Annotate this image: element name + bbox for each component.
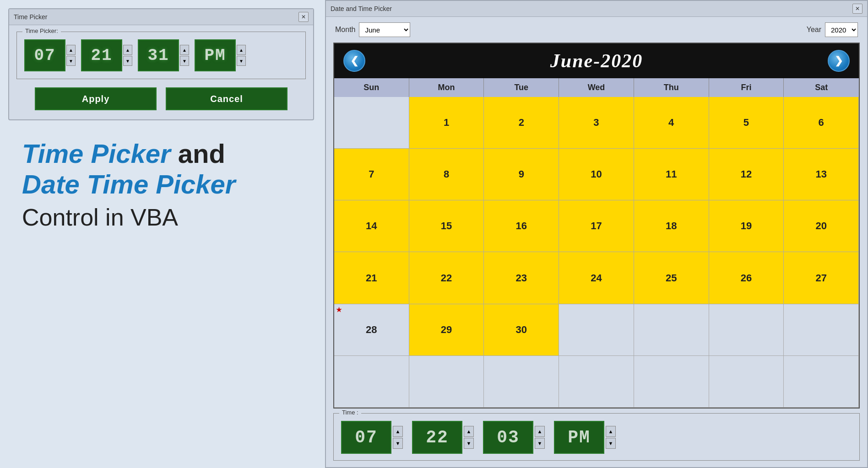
dp-minute-down-button[interactable]: ▼ (464, 438, 474, 449)
calendar-day-28[interactable]: 28 (334, 304, 409, 356)
time-spinners-row: 07 ▲ ▼ 22 ▲ ▼ 03 (341, 421, 852, 454)
calendar-empty-cell (784, 304, 859, 356)
dp-ampm-down-button[interactable]: ▼ (606, 438, 616, 449)
apply-button[interactable]: Apply (35, 87, 157, 110)
calendar-day-18[interactable]: 18 (634, 200, 709, 252)
promo-line1: Time Picker and (22, 139, 235, 169)
calendar-empty-cell (334, 356, 409, 408)
cancel-button[interactable]: Cancel (166, 87, 288, 110)
calendar-day-24[interactable]: 24 (559, 252, 634, 304)
minute-down-button[interactable]: ▼ (123, 56, 132, 66)
promo-text: Time Picker and Date Time Picker Control… (8, 129, 249, 242)
year-control-group: Year 20182019202020212022 (807, 22, 858, 37)
calendar-day-11[interactable]: 11 (634, 149, 709, 200)
calendar-empty-cell (634, 356, 709, 408)
time-group: Time : 07 ▲ ▼ 22 ▲ ▼ (333, 413, 860, 461)
calendar-day-15[interactable]: 15 (409, 200, 484, 252)
promo-line2: Date Time Picker (22, 169, 235, 200)
calendar-day-25[interactable]: 25 (634, 252, 709, 304)
year-select[interactable]: 20182019202020212022 (825, 22, 858, 37)
date-picker-close-button[interactable]: ✕ (852, 4, 863, 14)
dp-hour-down-button[interactable]: ▼ (393, 438, 403, 449)
dp-minute-display: 22 (412, 421, 462, 454)
calendar-day-17[interactable]: 17 (559, 200, 634, 252)
calendar-container: ❮ June-2020 ❯ Sun Mon Tue Wed Thu Fri Sa… (333, 43, 860, 409)
calendar-days-header: Sun Mon Tue Wed Thu Fri Sat (334, 78, 859, 97)
calendar-day-23[interactable]: 23 (484, 252, 559, 304)
minute-up-button[interactable]: ▲ (123, 45, 132, 55)
calendar-day-8[interactable]: 8 (409, 149, 484, 200)
day-header-thu: Thu (634, 78, 709, 97)
calendar-day-5[interactable]: 5 (709, 97, 784, 149)
calendar-day-2[interactable]: 2 (484, 97, 559, 149)
dp-ampm-spinner: PM ▲ ▼ (554, 421, 616, 454)
second-up-button[interactable]: ▲ (180, 45, 189, 55)
month-control-group: Month JanuaryFebruaryMarchAprilMayJuneJu… (335, 22, 410, 37)
dp-minute-up-button[interactable]: ▲ (464, 426, 474, 437)
dp-hour-display: 07 (341, 421, 391, 454)
calendar-day-10[interactable]: 10 (559, 149, 634, 200)
calendar-header: ❮ June-2020 ❯ (334, 43, 859, 78)
dp-hour-up-button[interactable]: ▲ (393, 426, 403, 437)
day-header-wed: Wed (559, 78, 634, 97)
calendar-month-title: June-2020 (550, 50, 643, 72)
dp-minute-spinner: 22 ▲ ▼ (412, 421, 474, 454)
calendar-day-21[interactable]: 21 (334, 252, 409, 304)
calendar-day-14[interactable]: 14 (334, 200, 409, 252)
calendar-day-6[interactable]: 6 (784, 97, 859, 149)
calendar-day-9[interactable]: 9 (484, 149, 559, 200)
calendar-day-22[interactable]: 22 (409, 252, 484, 304)
second-arrows: ▲ ▼ (180, 45, 189, 66)
dp-hour-spinner: 07 ▲ ▼ (341, 421, 403, 454)
ampm-display: PM (195, 39, 236, 71)
month-label: Month (335, 26, 355, 34)
calendar-day-12[interactable]: 12 (709, 149, 784, 200)
hour-display: 07 (24, 39, 65, 71)
calendar-day-13[interactable]: 13 (784, 149, 859, 200)
calendar-day-1[interactable]: 1 (409, 97, 484, 149)
time-picker-buttons: Apply Cancel (16, 87, 306, 110)
promo-time-picker: Time Picker (22, 139, 171, 168)
calendar-day-29[interactable]: 29 (409, 304, 484, 356)
calendar-day-30[interactable]: 30 (484, 304, 559, 356)
second-down-button[interactable]: ▼ (180, 56, 189, 66)
calendar-day-3[interactable]: 3 (559, 97, 634, 149)
calendar-day-7[interactable]: 7 (334, 149, 409, 200)
hour-up-button[interactable]: ▲ (66, 45, 76, 55)
minute-display: 21 (81, 39, 122, 71)
dp-ampm-up-button[interactable]: ▲ (606, 426, 616, 437)
ampm-arrows: ▲ ▼ (237, 45, 246, 66)
dp-second-up-button[interactable]: ▲ (535, 426, 545, 437)
next-month-button[interactable]: ❯ (828, 50, 850, 72)
calendar-day-16[interactable]: 16 (484, 200, 559, 252)
promo-and: and (171, 139, 225, 168)
date-picker-window: Date and Time Picker ✕ Month JanuaryFebr… (325, 0, 868, 468)
month-select[interactable]: JanuaryFebruaryMarchAprilMayJuneJulyAugu… (359, 22, 410, 37)
dp-second-display: 03 (483, 421, 533, 454)
date-picker-title: Date and Time Picker (331, 5, 392, 12)
time-group-label: Time : (339, 409, 361, 416)
hour-down-button[interactable]: ▼ (66, 56, 76, 66)
calendar-day-26[interactable]: 26 (709, 252, 784, 304)
prev-month-button[interactable]: ❮ (343, 50, 365, 72)
calendar-empty-cell (634, 304, 709, 356)
dp-ampm-display: PM (554, 421, 604, 454)
calendar-day-4[interactable]: 4 (634, 97, 709, 149)
calendar-empty-cell (334, 97, 409, 149)
calendar-day-20[interactable]: 20 (784, 200, 859, 252)
dp-hour-arrows: ▲ ▼ (393, 426, 403, 449)
time-picker-group: Time Picker: 07 ▲ ▼ 21 ▲ (16, 32, 306, 79)
dp-second-down-button[interactable]: ▼ (535, 438, 545, 449)
left-panel: Time Picker ✕ Time Picker: 07 ▲ ▼ (0, 0, 325, 468)
ampm-down-button[interactable]: ▼ (237, 56, 246, 66)
calendar-day-19[interactable]: 19 (709, 200, 784, 252)
year-label: Year (807, 26, 821, 34)
time-picker-group-label: Time Picker: (22, 27, 61, 34)
calendar-day-27[interactable]: 27 (784, 252, 859, 304)
dp-ampm-arrows: ▲ ▼ (606, 426, 616, 449)
day-header-tue: Tue (484, 78, 559, 97)
time-picker-close-button[interactable]: ✕ (298, 12, 309, 22)
calendar-empty-cell (784, 356, 859, 408)
hour-arrows: ▲ ▼ (66, 45, 76, 66)
ampm-up-button[interactable]: ▲ (237, 45, 246, 55)
